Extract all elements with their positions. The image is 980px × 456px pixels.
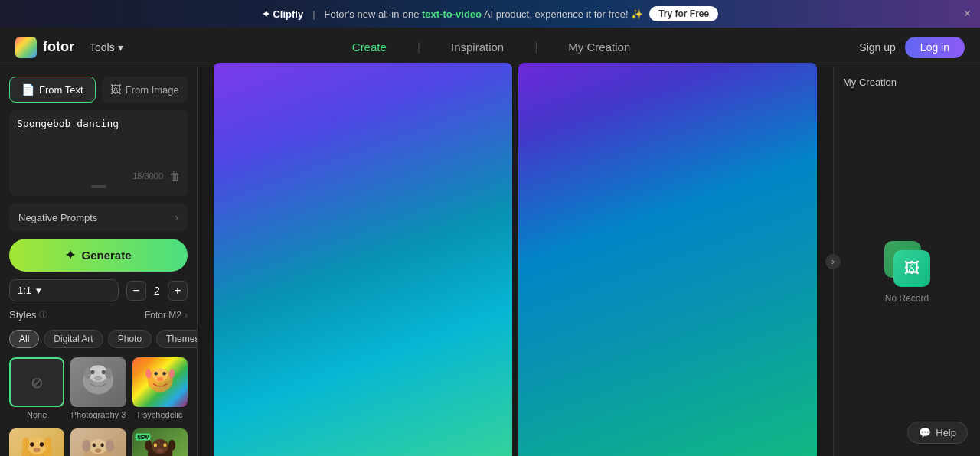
negative-prompts-label: Negative Prompts: [18, 212, 97, 223]
aspect-ratio-select[interactable]: 1:1 ▾: [9, 279, 119, 301]
style-psychedelic[interactable]: Psychedelic: [132, 357, 188, 419]
clipfly-logo: ✦ Clipfly: [262, 8, 303, 20]
style-none[interactable]: ⊘ None: [9, 357, 64, 419]
filter-digital-art[interactable]: Digital Art: [44, 330, 103, 348]
none-style-preview: ⊘: [9, 357, 64, 407]
model-selector[interactable]: Fotor M2 ›: [145, 310, 188, 321]
canvas-left: [214, 63, 512, 456]
svg-point-26: [83, 440, 91, 452]
resize-handle[interactable]: [91, 185, 106, 188]
style-photography3-label: Photography 3: [70, 410, 126, 419]
banner-close-button[interactable]: ×: [964, 7, 971, 21]
style-photography3[interactable]: Photography 3: [70, 357, 126, 419]
svg-point-19: [22, 438, 29, 448]
svg-point-20: [44, 438, 51, 448]
info-icon: ⓘ: [39, 309, 47, 321]
char-count: 18/3000: [132, 171, 163, 181]
signup-button[interactable]: Sign up: [859, 41, 895, 54]
svg-point-13: [169, 369, 175, 379]
style-thumbnails-row1: ⊘ None Photograph: [9, 357, 188, 419]
model-chevron-icon: ›: [185, 310, 188, 321]
svg-point-18: [34, 448, 41, 452]
style-none-label: None: [9, 410, 64, 419]
left-sidebar: 📄 From Text 🖼 From Image 18/3000 🗑 Negat…: [0, 67, 198, 456]
canvas-right: [518, 63, 817, 456]
help-icon: 💬: [919, 427, 931, 438]
negative-prompts-toggle[interactable]: Negative Prompts ›: [9, 204, 188, 231]
decrement-count-button[interactable]: −: [126, 281, 146, 301]
from-text-tab[interactable]: 📄 From Text: [9, 77, 96, 103]
svg-point-6: [106, 368, 113, 379]
svg-point-16: [30, 442, 34, 446]
no-record-area: 🖼 No Record: [843, 97, 971, 447]
prompt-input[interactable]: [17, 118, 180, 164]
svg-point-17: [40, 442, 44, 446]
style-puppy[interactable]: [70, 428, 126, 456]
logo-icon: [15, 37, 37, 58]
filter-themes[interactable]: Themes: [156, 330, 198, 348]
svg-point-33: [145, 440, 152, 451]
top-banner: ✦ Clipfly | Fotor's new all-in-one text-…: [0, 0, 980, 28]
image-icon: 🖼: [110, 83, 121, 96]
svg-point-12: [145, 369, 151, 379]
header-actions: Sign up Log in: [859, 37, 965, 58]
style-filter-buttons: All Digital Art Photo Themes ›: [9, 328, 188, 350]
svg-point-34: [168, 440, 175, 451]
image-placeholder-icon: 🖼: [904, 259, 920, 277]
nav-inspiration[interactable]: Inspiration: [451, 41, 504, 54]
count-value: 2: [151, 285, 163, 297]
svg-point-32: [156, 448, 163, 452]
image-count-control: − 2 +: [126, 281, 188, 301]
source-tabs: 📄 From Text 🖼 From Image: [9, 77, 188, 103]
login-button[interactable]: Log in: [905, 37, 965, 58]
no-record-icon: 🖼: [884, 241, 930, 287]
prompt-area: 18/3000 🗑: [9, 110, 188, 196]
styles-label: Styles ⓘ: [9, 309, 47, 321]
ratio-value: 1:1: [18, 285, 31, 296]
nav-my-creation[interactable]: My Creation: [568, 41, 630, 54]
svg-point-9: [154, 372, 158, 376]
nav-create[interactable]: Create: [352, 41, 387, 54]
header: fotor Tools ▾ Create | Inspiration | My …: [0, 28, 980, 67]
canvas-area: ›: [198, 67, 833, 456]
generate-button[interactable]: ✦ Generate: [9, 239, 188, 272]
try-for-free-button[interactable]: Try for Free: [649, 6, 718, 21]
svg-point-30: [153, 444, 157, 448]
from-image-tab[interactable]: 🖼 From Image: [102, 77, 188, 103]
controls-row: 1:1 ▾ − 2 +: [9, 279, 188, 301]
svg-point-25: [95, 448, 101, 452]
my-creation-title: My Creation: [843, 77, 971, 88]
increment-count-button[interactable]: +: [168, 281, 188, 301]
svg-point-5: [84, 368, 91, 379]
help-button[interactable]: 💬 Help: [907, 422, 968, 444]
svg-point-10: [162, 372, 166, 376]
svg-text:NEW: NEW: [137, 435, 149, 440]
style-dog3[interactable]: NEW: [132, 428, 188, 456]
svg-point-4: [94, 376, 103, 381]
tools-menu-button[interactable]: Tools ▾: [90, 41, 123, 54]
main-nav: Create | Inspiration | My Creation: [123, 41, 860, 54]
style-psychedelic-label: Psychedelic: [132, 410, 188, 419]
banner-text: Fotor's new all-in-one text-to-video AI …: [325, 8, 644, 20]
svg-point-31: [163, 444, 167, 448]
fotor-logo: fotor: [15, 37, 74, 58]
chevron-down-icon: ▾: [36, 285, 41, 296]
slash-icon: ⊘: [31, 373, 44, 392]
right-panel: My Creation 🖼 No Record: [833, 67, 980, 456]
svg-point-23: [93, 444, 96, 448]
svg-point-24: [101, 444, 105, 448]
clear-prompt-button[interactable]: 🗑: [169, 170, 180, 182]
filter-all[interactable]: All: [9, 330, 39, 348]
style-thumbnails-row2: NEW: [9, 428, 188, 456]
chevron-down-icon: ▾: [118, 41, 123, 54]
text-icon: 📄: [21, 83, 34, 96]
style-shiba[interactable]: [9, 428, 64, 456]
collapse-right-sidebar-button[interactable]: ›: [825, 254, 841, 269]
chevron-right-icon: ›: [175, 211, 178, 223]
svg-point-11: [156, 377, 163, 381]
styles-header: Styles ⓘ Fotor M2 ›: [9, 309, 188, 321]
no-record-text: No Record: [885, 293, 929, 304]
filter-photo[interactable]: Photo: [108, 330, 152, 348]
svg-point-27: [106, 440, 114, 452]
generate-icon: ✦: [65, 248, 75, 262]
